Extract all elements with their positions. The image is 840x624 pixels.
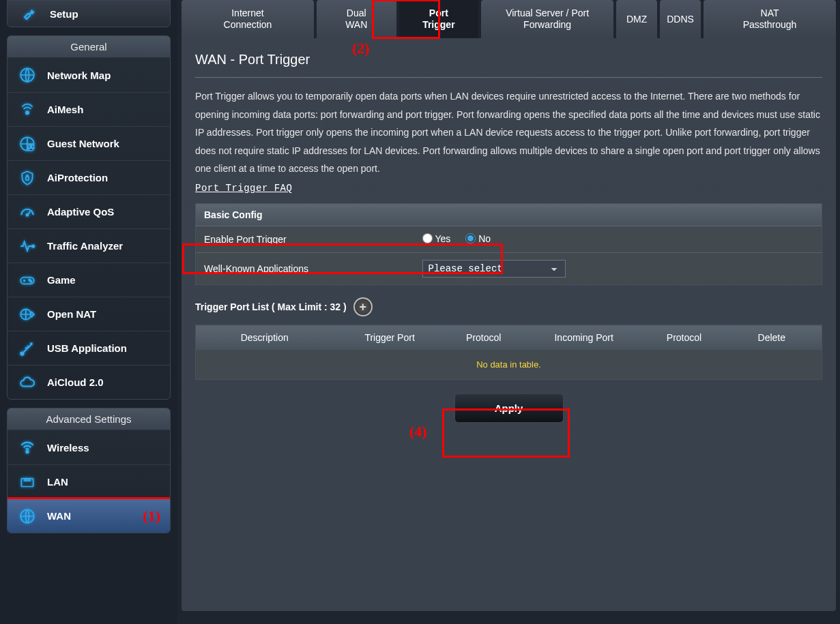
basic-config-table: Basic Config Enable Port Trigger Yes No … xyxy=(195,203,822,286)
svg-rect-13 xyxy=(30,342,32,344)
sidebar-top-partial: Setup xyxy=(7,0,171,27)
basic-config-header: Basic Config xyxy=(196,203,822,226)
port-table: Description Trigger Port Protocol Incomi… xyxy=(195,325,822,380)
sidebar-item-game[interactable]: Game xyxy=(8,263,170,297)
add-button[interactable]: + xyxy=(353,297,373,316)
cloud-icon xyxy=(17,372,38,393)
row-enable-port-trigger: Enable Port Trigger Yes No xyxy=(196,226,822,253)
wrench-icon xyxy=(20,3,40,24)
sidebar-advanced-header: Advanced Settings xyxy=(8,408,170,430)
col-trigger-port: Trigger Port xyxy=(333,325,446,351)
sidebar-item-network-map[interactable]: Network Map xyxy=(8,58,170,92)
page-title: WAN - Port Trigger xyxy=(195,52,822,78)
trigger-list-title: Trigger Port List ( Max Limit : 32 ) xyxy=(195,301,347,312)
sidebar-item-wireless[interactable]: Wireless xyxy=(8,430,170,464)
tab-virtual-server-port-forwarding[interactable]: Virtual Server / PortForwarding xyxy=(481,0,613,38)
apps-label: Well-Known Applications xyxy=(196,253,414,285)
page-description: Port Trigger allows you to temporarily o… xyxy=(195,87,822,178)
svg-point-1 xyxy=(26,111,29,114)
lan-icon xyxy=(17,472,38,492)
tab-dual-wan[interactable]: DualWAN xyxy=(317,0,396,38)
tab-nat-passthrough[interactable]: NATPassthrough xyxy=(704,0,836,38)
sidebar-general-header: General xyxy=(8,36,170,58)
col-protocol-2: Protocol xyxy=(646,325,721,351)
apply-button[interactable]: Apply xyxy=(454,393,564,423)
radio-no-wrap[interactable]: No xyxy=(465,233,491,244)
sidebar-item-traffic-analyzer[interactable]: Traffic Analyzer xyxy=(8,228,170,263)
col-description: Description xyxy=(196,325,334,351)
sidebar-item-aicloud-2-0[interactable]: AiCloud 2.0 xyxy=(8,365,170,399)
sidebar-item-label: Game xyxy=(47,274,76,286)
wifi-icon xyxy=(17,437,38,458)
apps-select[interactable]: Please select xyxy=(422,260,566,278)
sidebar-item-label: Traffic Analyzer xyxy=(47,240,123,252)
svg-point-10 xyxy=(30,280,31,282)
globe-icon xyxy=(17,65,38,85)
sidebar-item-label: AiMesh xyxy=(47,104,83,115)
col-protocol-1: Protocol xyxy=(446,325,521,351)
sidebar-item-label: Open NAT xyxy=(47,308,96,320)
nat-icon xyxy=(17,304,38,325)
sidebar-item-label: AiProtection xyxy=(47,172,108,183)
sidebar-item-label: Wireless xyxy=(47,442,89,454)
sidebar-item-aimesh[interactable]: AiMesh xyxy=(8,92,170,126)
pulse-icon xyxy=(17,236,38,256)
trigger-list-header: Trigger Port List ( Max Limit : 32 ) + xyxy=(195,297,822,316)
svg-point-14 xyxy=(26,451,28,453)
radio-no-label: No xyxy=(478,233,491,244)
sidebar-item-label: Setup xyxy=(50,8,78,20)
main-panel: InternetConnectionDualWANPortTriggerVirt… xyxy=(177,0,840,624)
sidebar-item-label: WAN xyxy=(47,510,71,522)
radio-yes-wrap[interactable]: Yes xyxy=(422,233,451,244)
sidebar-item-label: Guest Network xyxy=(47,138,119,149)
gamepad-icon xyxy=(17,270,38,291)
sidebar-item-aiprotection[interactable]: AiProtection xyxy=(8,160,170,194)
sidebar-item-usb-application[interactable]: USB Application xyxy=(8,331,170,365)
sidebar-item-label: Adaptive QoS xyxy=(47,206,114,218)
col-delete: Delete xyxy=(722,325,822,351)
row-known-apps: Well-Known Applications Please select xyxy=(196,253,822,285)
sidebar-item-open-nat[interactable]: Open NAT xyxy=(8,297,170,331)
gauge-icon xyxy=(17,202,38,222)
annotation-1: (1) xyxy=(143,507,160,525)
svg-point-6 xyxy=(26,213,28,216)
radio-no[interactable] xyxy=(465,233,476,243)
sidebar-general: General Network MapAiMeshGuest NetworkAi… xyxy=(7,35,171,400)
tab-internet-connection[interactable]: InternetConnection xyxy=(182,0,314,38)
sidebar-item-label: USB Application xyxy=(47,342,127,354)
sidebar: Setup General Network MapAiMeshGuest Net… xyxy=(0,0,177,624)
sidebar-item-adaptive-qos[interactable]: Adaptive QoS xyxy=(8,194,170,228)
svg-point-7 xyxy=(32,245,34,247)
plus-icon: + xyxy=(359,300,366,314)
content-area: WAN - Port Trigger Port Trigger allows y… xyxy=(182,38,836,611)
faq-link[interactable]: Port Trigger FAQ xyxy=(195,183,292,194)
tab-ddns[interactable]: DDNS xyxy=(660,0,701,38)
radio-yes-label: Yes xyxy=(435,233,451,244)
radio-yes[interactable] xyxy=(422,233,433,243)
tab-bar: InternetConnectionDualWANPortTriggerVirt… xyxy=(177,0,840,38)
sidebar-item-lan[interactable]: LAN xyxy=(8,464,170,499)
sidebar-item-guest-network[interactable]: Guest Network xyxy=(8,126,170,160)
col-incoming-port: Incoming Port xyxy=(521,325,647,351)
svg-point-9 xyxy=(29,279,30,280)
sidebar-item-setup[interactable]: Setup xyxy=(8,1,170,27)
sidebar-advanced: Advanced Settings WirelessLANWAN(1) xyxy=(7,408,171,533)
tab-port-trigger[interactable]: PortTrigger xyxy=(399,0,479,38)
sidebar-item-label: AiCloud 2.0 xyxy=(47,376,104,388)
sidebar-item-label: LAN xyxy=(47,476,68,488)
sidebar-item-label: Network Map xyxy=(47,70,111,81)
tab-dmz[interactable]: DMZ xyxy=(616,0,657,38)
svg-rect-5 xyxy=(26,176,29,179)
sidebar-item-wan[interactable]: WAN(1) xyxy=(8,499,170,533)
guest-icon xyxy=(17,134,38,154)
table-empty-msg: No data in table. xyxy=(196,350,822,380)
shield-icon xyxy=(17,168,38,188)
usb-icon xyxy=(17,338,38,359)
globe-icon xyxy=(17,506,38,526)
svg-point-12 xyxy=(20,352,23,355)
mesh-icon xyxy=(17,100,38,120)
enable-label: Enable Port Trigger xyxy=(196,226,414,253)
